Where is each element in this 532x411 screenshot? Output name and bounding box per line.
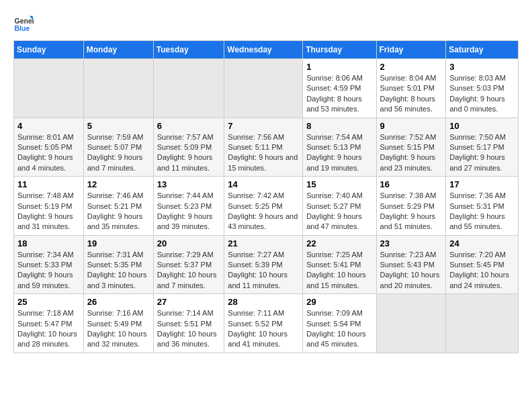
sunrise-label: Sunrise: [449,74,478,82]
calendar-cell: 16Sunrise: 7:38 AMSunset: 5:29 PMDayligh… [376,177,446,236]
day-info: Sunrise: 7:23 AMSunset: 5:43 PMDaylight:… [380,250,443,291]
sunset-time: 5:31 PM [477,202,504,210]
weekday-header: Wednesday [224,41,303,59]
sunset-time: 5:52 PM [255,320,283,328]
calendar-cell [376,294,446,353]
sunset-label: Sunset: [87,320,114,328]
sunset-label: Sunset: [17,202,44,210]
daylight-label: Daylight: [380,95,411,103]
sunrise-time: 7:57 AM [186,133,213,141]
sunset-label: Sunset: [228,261,255,269]
sunset-time: 5:09 PM [184,143,212,151]
calendar-cell [14,59,84,118]
day-number: 26 [87,297,150,307]
sunrise-label: Sunrise: [157,250,186,259]
day-number: 7 [228,121,299,131]
sunset-label: Sunset: [17,143,44,151]
sunset-label: Sunset: [87,261,114,269]
sunrise-time: 7:16 AM [116,309,143,317]
day-info: Sunrise: 8:01 AMSunset: 5:05 PMDaylight:… [17,132,80,174]
day-number: 22 [306,238,372,248]
sunset-time: 5:39 PM [255,261,283,269]
sunset-label: Sunset: [380,202,407,210]
daylight-label: Daylight: [449,95,480,103]
day-number: 3 [449,62,515,72]
day-info: Sunrise: 7:31 AMSunset: 5:35 PMDaylight:… [87,250,150,291]
page-header: General Blue [13,13,519,34]
day-number: 10 [449,121,515,131]
sunrise-label: Sunrise: [17,309,46,317]
sunrise-label: Sunrise: [380,250,409,259]
sunrise-time: 7:44 AM [186,191,213,199]
sunset-time: 5:19 PM [44,202,72,210]
calendar-cell: 8Sunrise: 7:54 AMSunset: 5:13 PMDaylight… [303,118,376,177]
day-info: Sunrise: 7:29 AMSunset: 5:37 PMDaylight:… [157,250,221,291]
calendar-cell [446,294,519,353]
sunrise-label: Sunrise: [306,191,335,199]
calendar-cell: 29Sunrise: 7:09 AMSunset: 5:54 PMDayligh… [303,294,376,353]
sunrise-label: Sunrise: [228,133,257,141]
sunset-time: 5:13 PM [334,143,361,151]
calendar-cell: 13Sunrise: 7:44 AMSunset: 5:23 PMDayligh… [153,177,224,236]
day-number: 27 [157,297,221,307]
calendar-cell: 7Sunrise: 7:56 AMSunset: 5:11 PMDaylight… [224,118,303,177]
calendar-week-row: 25Sunrise: 7:18 AMSunset: 5:47 PMDayligh… [14,294,519,353]
calendar-cell: 9Sunrise: 7:52 AMSunset: 5:15 PMDaylight… [376,118,446,177]
calendar-cell: 26Sunrise: 7:16 AMSunset: 5:49 PMDayligh… [83,294,153,353]
day-number: 15 [306,179,372,189]
sunset-label: Sunset: [17,261,44,269]
sunrise-time: 7:29 AM [186,250,213,259]
sunset-label: Sunset: [17,320,44,328]
sunset-time: 4:59 PM [334,84,361,92]
daylight-label: Daylight: [17,153,48,161]
sunrise-label: Sunrise: [157,309,186,317]
sunrise-time: 7:56 AM [257,133,284,141]
calendar-week-row: 18Sunrise: 7:34 AMSunset: 5:33 PMDayligh… [14,235,519,294]
day-info: Sunrise: 7:11 AMSunset: 5:52 PMDaylight:… [228,308,299,350]
sunset-label: Sunset: [157,320,184,328]
day-number: 25 [17,297,80,307]
sunset-time: 5:17 PM [477,143,504,151]
daylight-label: Daylight: [17,271,48,279]
sunrise-label: Sunrise: [87,309,116,317]
day-info: Sunrise: 7:14 AMSunset: 5:51 PMDaylight:… [157,308,221,350]
sunset-label: Sunset: [449,202,476,210]
day-info: Sunrise: 7:18 AMSunset: 5:47 PMDaylight:… [17,308,80,350]
sunset-label: Sunset: [306,143,333,151]
sunset-time: 5:29 PM [407,202,435,210]
calendar-cell: 5Sunrise: 7:59 AMSunset: 5:07 PMDaylight… [83,118,153,177]
sunrise-time: 8:03 AM [479,74,506,82]
day-info: Sunrise: 7:42 AMSunset: 5:25 PMDaylight:… [228,191,299,232]
sunrise-label: Sunrise: [380,191,409,199]
daylight-label: Daylight: [449,271,480,279]
daylight-label: Daylight: [449,212,480,220]
calendar-week-row: 4Sunrise: 8:01 AMSunset: 5:05 PMDaylight… [14,118,519,177]
day-info: Sunrise: 8:04 AMSunset: 5:01 PMDaylight:… [380,73,443,115]
calendar-cell: 20Sunrise: 7:29 AMSunset: 5:37 PMDayligh… [153,235,224,294]
sunrise-time: 7:38 AM [409,191,436,199]
sunrise-time: 7:23 AM [409,250,436,259]
sunrise-label: Sunrise: [306,250,335,259]
day-number: 13 [157,179,221,189]
sunset-time: 5:15 PM [407,143,435,151]
day-number: 5 [87,121,150,131]
sunrise-label: Sunrise: [17,133,46,141]
daylight-label: Daylight: [306,212,337,220]
calendar-cell: 24Sunrise: 7:20 AMSunset: 5:45 PMDayligh… [446,235,519,294]
sunset-label: Sunset: [380,84,407,92]
sunset-time: 5:47 PM [44,320,72,328]
calendar-cell: 14Sunrise: 7:42 AMSunset: 5:25 PMDayligh… [224,177,303,236]
sunset-time: 5:54 PM [334,320,361,328]
day-info: Sunrise: 7:16 AMSunset: 5:49 PMDaylight:… [87,308,150,350]
calendar-cell [224,59,303,118]
sunset-label: Sunset: [228,320,255,328]
sunset-label: Sunset: [87,202,114,210]
weekday-header: Monday [83,41,153,59]
weekday-header: Friday [376,41,446,59]
day-number: 9 [380,121,443,131]
sunrise-label: Sunrise: [228,250,257,259]
day-number: 4 [17,121,80,131]
day-info: Sunrise: 7:52 AMSunset: 5:15 PMDaylight:… [380,132,443,174]
calendar-table: SundayMondayTuesdayWednesdayThursdayFrid… [13,40,519,353]
calendar-cell: 15Sunrise: 7:40 AMSunset: 5:27 PMDayligh… [303,177,376,236]
